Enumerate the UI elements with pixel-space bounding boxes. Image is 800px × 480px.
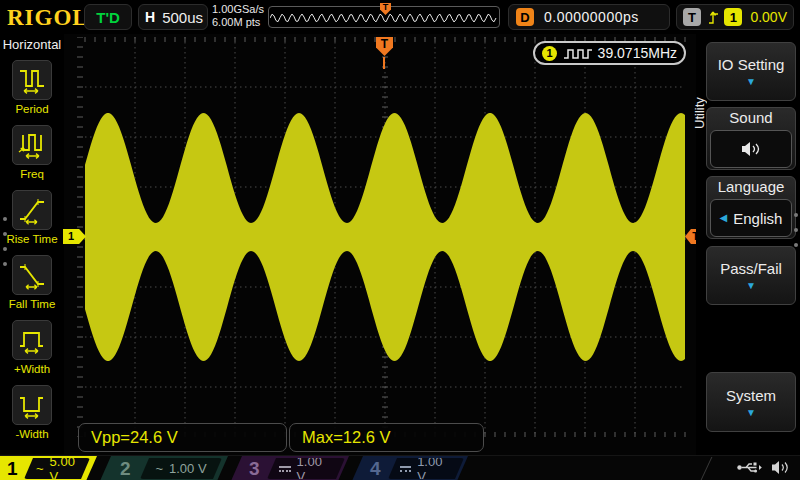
status-divider (701, 457, 713, 480)
fall-time-icon (17, 260, 47, 290)
counter-value: 39.0715MHz (598, 45, 677, 61)
speaker-icon (740, 140, 762, 158)
system-button[interactable]: System ▼ (706, 372, 796, 432)
frequency-counter: 1 39.0715MHz (533, 41, 686, 65)
graticule-and-trace (75, 37, 695, 437)
delay-badge: D (516, 8, 534, 26)
right-menu-page-dots (794, 202, 799, 258)
system-status-icons (736, 459, 790, 476)
speaker-icon (770, 459, 790, 476)
left-menu-title: Horizontal (0, 37, 64, 52)
measurement-max[interactable]: Max=12.6 V (289, 423, 484, 452)
ac-coupling-icon: ~ (36, 461, 44, 476)
dc-coupling-icon (400, 466, 411, 472)
rising-edge-icon (707, 8, 718, 26)
channel-2-indicator[interactable]: 2 ~ 1.00 V (100, 456, 228, 480)
language-value: English (733, 210, 782, 227)
waveform-display (75, 37, 695, 437)
language-select[interactable]: ◀ English (710, 199, 792, 237)
sound-button[interactable]: Sound (706, 107, 796, 170)
delay-box[interactable]: D 0.00000000ps (508, 4, 670, 30)
square-wave-icon (563, 47, 592, 60)
memory-depth: 6.00M pts (212, 16, 264, 29)
trigger-status-badge: T'D (84, 4, 132, 30)
counter-source-badge: 1 (542, 46, 557, 61)
channel-1-indicator[interactable]: 1 ~ 5.00 V (0, 456, 97, 480)
io-setting-button[interactable]: IO Setting ▼ (706, 42, 796, 101)
chevron-down-icon: ▼ (746, 408, 756, 418)
ch1-trace (85, 113, 685, 361)
waveform-overview-strip[interactable]: T (268, 6, 500, 28)
period-icon (17, 65, 47, 95)
chevron-down-icon: ▼ (746, 281, 756, 291)
trigger-level-value: 0.00V (750, 9, 787, 25)
delay-value: 0.00000000ps (544, 9, 639, 25)
channel-3-indicator[interactable]: 3 1.00 V (231, 456, 349, 480)
chevron-left-icon: ◀ (720, 213, 728, 223)
negative-width-icon (17, 390, 47, 420)
channel-status-bar: 1 ~ 5.00 V 2 ~ 1.00 V 3 1.00 V 4 1 (0, 455, 800, 480)
trigger-badge: T (683, 8, 701, 26)
rigol-logo: RIGOL (7, 5, 89, 31)
trigger-info-box[interactable]: T 1 0.00V (676, 4, 794, 30)
acquisition-info: 1.00GSa/s 6.00M pts (212, 3, 264, 29)
sound-toggle[interactable] (710, 130, 792, 168)
oscilloscope-screen: RIGOL T'D H 500us 1.00GSa/s 6.00M pts T … (0, 0, 800, 480)
frequency-icon (17, 130, 47, 160)
trigger-source-badge: 1 (724, 8, 742, 26)
dc-coupling-icon (279, 466, 291, 472)
ac-coupling-icon: ~ (155, 461, 163, 476)
sample-rate: 1.00GSa/s (212, 3, 264, 16)
channel-2-scale: 1.00 V (169, 461, 207, 476)
channel-1-scale: 5.00 V (50, 454, 78, 480)
channel-4-scale: 1.00 V (417, 454, 452, 480)
channel-4-indicator[interactable]: 4 1.00 V (352, 456, 468, 480)
left-menu-page-dots (3, 206, 8, 277)
measurement-vpp[interactable]: Vpp=24.6 V (78, 423, 287, 452)
rise-time-icon (17, 195, 47, 225)
right-utility-menu: Utility IO Setting ▼ Sound Language ◀ En… (696, 34, 800, 456)
left-measure-menu: Horizontal Period Freq Rise Time (0, 34, 64, 454)
timebase-box[interactable]: H 500us (138, 4, 208, 30)
trigger-position-dash (383, 57, 385, 69)
pass-fail-button[interactable]: Pass/Fail ▼ (706, 246, 796, 305)
language-button[interactable]: Language ◀ English (706, 176, 796, 239)
top-status-bar: RIGOL T'D H 500us 1.00GSa/s 6.00M pts T … (0, 0, 800, 34)
chevron-down-icon: ▼ (746, 77, 756, 87)
usb-icon (736, 460, 762, 475)
positive-width-icon (17, 325, 47, 355)
timebase-value: 500us (162, 9, 203, 26)
horizontal-label: H (145, 9, 155, 25)
channel-3-scale: 1.00 V (297, 454, 333, 480)
